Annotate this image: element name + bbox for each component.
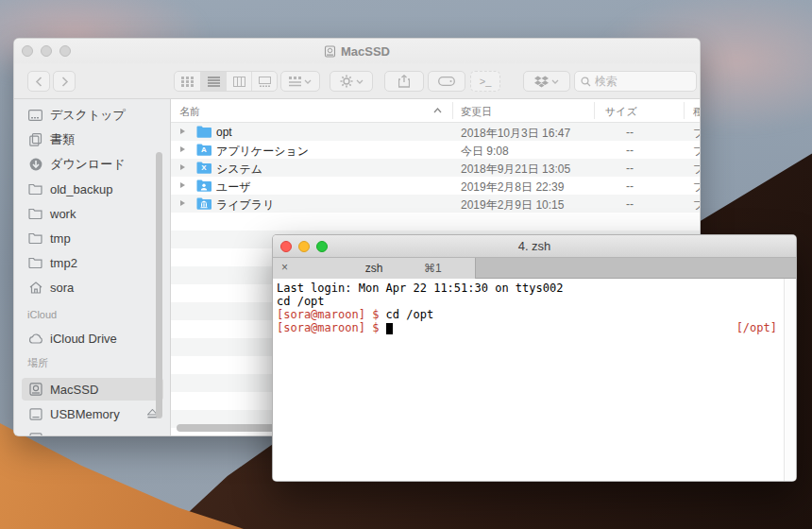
gallery-view-icon [259,77,271,87]
dropbox-button[interactable] [523,71,570,92]
file-date: 今日 9:08 [461,144,509,160]
sidebar-scrollbar[interactable] [156,152,162,418]
terminal-line: cd /opt [277,295,781,308]
disclosure-triangle-icon[interactable] [180,200,185,206]
chevron-down-icon [304,79,312,84]
chevron-down-icon [551,79,559,84]
terminal-line: [sora@maroon] $ cd /opt [277,308,781,321]
cloud-icon [27,333,43,344]
icon-view-button[interactable] [175,72,200,91]
tab-shortcut: ⌘1 [424,262,442,275]
column-header-size[interactable]: サイズ [605,105,637,119]
sidebar-item-label: tmp2 [50,256,77,270]
folder-icon [27,257,43,268]
sort-ascending-icon [433,108,442,113]
sidebar-item-desktop[interactable]: デスクトップ [22,104,163,127]
sidebar-item-partial[interactable] [22,427,163,436]
sidebar-item-label: ダウンロード [50,156,126,173]
finder-sidebar: デスクトップ 書類 ダウンロード old_backup [14,99,171,435]
column-divider[interactable] [452,102,453,119]
applications-folder-icon: A [196,144,211,156]
sidebar-item-documents[interactable]: 書類 [22,128,163,151]
share-button[interactable] [384,71,424,92]
disclosure-triangle-icon[interactable] [180,146,185,152]
search-input[interactable] [595,75,680,88]
file-kind: フ [693,162,700,178]
terminal-cursor [386,323,393,334]
sidebar-item-label: MacSSD [50,383,98,397]
sidebar-item-work[interactable]: work [22,202,163,225]
terminal-line: [sora@maroon] $ [/opt] [277,321,781,334]
file-name: opt [216,126,232,139]
folder-icon [27,183,43,195]
view-switcher [174,71,278,92]
terminal-output[interactable]: Last login: Mon Apr 22 11:51:30 on ttys0… [273,279,796,481]
sidebar-item-tmp[interactable]: tmp [22,227,163,249]
terminal-toolbar-button[interactable]: >_ [470,71,500,92]
column-view-icon [233,77,245,87]
disclosure-triangle-icon[interactable] [180,128,185,134]
sidebar-item-usbmemory[interactable]: USBMemory [22,402,163,425]
chevron-down-icon [356,79,364,84]
sidebar-item-icloud-drive[interactable]: iCloud Drive [22,327,163,350]
list-column-headers: 名前 変更日 サイズ 種 [171,99,700,123]
column-header-kind[interactable]: 種 [693,105,700,119]
column-header-name[interactable]: 名前 [179,105,200,119]
file-name: アプリケーション [216,144,309,160]
library-folder-icon [196,197,211,210]
column-divider[interactable] [594,102,595,119]
sidebar-item-downloads[interactable]: ダウンロード [22,153,163,176]
file-date: 2019年2月8日 22:39 [461,179,564,196]
terminal-tabbar: × zsh ⌘1 [273,258,796,279]
column-view-button[interactable] [226,72,251,91]
home-icon [27,282,43,294]
action-button[interactable] [330,71,373,92]
tags-button[interactable] [428,71,465,92]
terminal-window[interactable]: 4. zsh × zsh ⌘1 Last login: Mon Apr 22 1… [272,234,797,482]
external-disk-icon [27,408,43,420]
group-button[interactable] [280,71,320,92]
sidebar-section-icloud: iCloud [27,309,57,324]
sidebar-item-macssd[interactable]: MacSSD [22,378,163,401]
terminal-toolbar-label: >_ [480,76,492,87]
share-icon [398,75,410,88]
finder-titlebar[interactable]: MacSSD [14,39,700,63]
shell-prompt: [sora@maroon] $ [277,321,386,334]
folder-icon [27,232,43,244]
search-field[interactable] [574,71,697,92]
disclosure-triangle-icon[interactable] [180,164,185,170]
column-divider[interactable] [684,102,685,119]
typed-command: cd /opt [386,308,434,321]
disk-proxy-icon [324,45,336,58]
forward-button[interactable] [53,71,76,92]
sidebar-item-home[interactable]: sora [22,276,163,299]
file-name: ライブラリ [216,197,274,213]
file-name: ユーザ [216,179,251,196]
sidebar-item-old-backup[interactable]: old_backup [22,178,163,200]
file-size: -- [613,197,634,211]
file-kind: フ [693,144,700,160]
sidebar-item-label: 書類 [50,131,75,148]
terminal-scrollbar[interactable] [784,279,796,481]
file-size: -- [613,144,634,157]
back-button[interactable] [27,71,50,92]
shell-prompt: [sora@maroon] $ [277,308,386,321]
table-row-library[interactable]: ライブラリ 2019年2月9日 10:15 -- フ [171,195,700,213]
dropbox-icon [534,76,549,88]
table-row-opt[interactable]: opt 2018年10月3日 16:47 -- フ [171,123,700,141]
terminal-titlebar[interactable]: 4. zsh [273,235,796,258]
list-view-button[interactable] [200,72,226,91]
sidebar-item-label: デスクトップ [50,107,126,124]
sidebar-item-label: sora [50,281,74,295]
gallery-view-button[interactable] [251,72,277,91]
column-header-date[interactable]: 変更日 [461,105,492,119]
icon-view-icon [181,77,194,87]
sidebar-item-tmp2[interactable]: tmp2 [22,251,163,274]
file-date: 2019年2月9日 10:15 [461,197,564,213]
table-row-system[interactable]: X システム 2018年9月21日 13:05 -- フ [171,159,700,177]
sidebar-item-label: USBMemory [50,407,120,421]
tab-zsh[interactable]: × zsh ⌘1 [273,258,476,279]
table-row-applications[interactable]: A アプリケーション 今日 9:08 -- フ [171,141,700,159]
table-row-users[interactable]: ユーザ 2019年2月8日 22:39 -- フ [171,177,700,195]
disclosure-triangle-icon[interactable] [180,182,185,188]
